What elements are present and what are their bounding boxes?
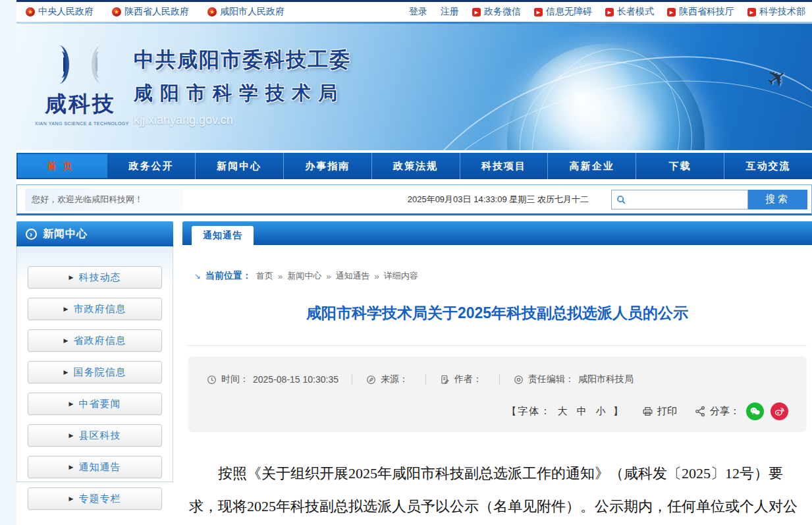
red-arrow-icon: ▶ bbox=[534, 8, 543, 16]
font-size-medium[interactable]: 中 bbox=[577, 405, 588, 416]
page: ★ 中央人民政府 ★ 陕西省人民政府 ★ 咸阳市人民政府 登录 注册 ▶ 政务微… bbox=[16, 0, 812, 525]
meta-editor: 责任编辑： 咸阳市科技局 bbox=[513, 373, 634, 385]
search-icon bbox=[616, 194, 626, 205]
link-shaanxi-sci-dept[interactable]: ▶ 陕西省科技厅 bbox=[667, 6, 734, 18]
breadcrumb-home[interactable]: 首页 bbox=[256, 270, 273, 282]
sidebar-item-sci-news[interactable]: ▶ 科技动态 bbox=[28, 266, 162, 289]
register-link[interactable]: 注册 bbox=[441, 6, 459, 18]
national-emblem-icon: ★ bbox=[26, 7, 35, 16]
sidebar-panel: ▶ 科技动态 ▶ 市政府信息 ▶ 省政府信息 ▶ 国务院信息 ▶ 中省要闻 bbox=[16, 246, 173, 482]
sidebar-title: 新闻中心 bbox=[43, 227, 88, 241]
nav-item-gov-affairs[interactable]: 政务公开 bbox=[107, 153, 195, 179]
weibo-share-button[interactable] bbox=[771, 402, 788, 420]
link-xianyang-gov[interactable]: ★ 咸阳市人民政府 bbox=[207, 6, 284, 18]
site-logo[interactable]: 咸科技 XIAN YANG SCIENCE & TECHNOLOGY bbox=[35, 42, 126, 126]
link-elder-mode[interactable]: ▶ 长者模式 bbox=[605, 6, 654, 18]
breadcrumb-label: 当前位置： bbox=[205, 270, 252, 282]
org-title-line2: 咸阳市科学技术局 bbox=[134, 80, 351, 107]
triangle-icon: ▶ bbox=[64, 337, 68, 344]
weibo-icon bbox=[773, 405, 786, 418]
sidebar-item-state-council-info[interactable]: ▶ 国务院信息 bbox=[28, 361, 162, 383]
share-icon bbox=[694, 405, 707, 418]
meta-time: 时间： 2025-08-15 10:30:35 bbox=[206, 373, 338, 385]
main-area: › 新闻中心 ▶ 科技动态 ▶ 市政府信息 ▶ 省政府信息 ▶ 国务院 bbox=[16, 215, 812, 520]
gov-link-label: 陕西省人民政府 bbox=[124, 6, 189, 18]
wechat-icon bbox=[749, 405, 761, 418]
tab-notices[interactable]: 通知通告 bbox=[192, 226, 254, 245]
red-arrow-icon: ▶ bbox=[472, 8, 481, 16]
sidebar-item-notices[interactable]: ▶ 通知通告 bbox=[28, 456, 162, 478]
gov-link-label: 咸阳市人民政府 bbox=[220, 6, 284, 18]
sidebar-item-city-gov-info[interactable]: ▶ 市政府信息 bbox=[28, 298, 162, 320]
search-box: 搜索 bbox=[611, 190, 807, 209]
triangle-icon: ▶ bbox=[69, 464, 74, 470]
site-url: kjj.xianyang.gov.cn bbox=[134, 113, 351, 127]
nav-item-policies[interactable]: 政策法规 bbox=[371, 153, 460, 179]
printer-icon bbox=[641, 405, 654, 418]
welcome-text: 您好，欢迎光临咸阳科技网！ bbox=[25, 188, 182, 211]
font-size-small[interactable]: 小 bbox=[596, 405, 607, 416]
triangle-icon: ▶ bbox=[64, 369, 68, 375]
meta-time-value: 2025-08-15 10:30:35 bbox=[253, 374, 338, 385]
triangle-icon: ▶ bbox=[69, 401, 74, 407]
nav-item-news-center[interactable]: 新闻中心 bbox=[195, 153, 283, 179]
nav-item-home[interactable]: 首页 bbox=[18, 154, 107, 178]
sidebar: › 新闻中心 ▶ 科技动态 ▶ 市政府信息 ▶ 省政府信息 ▶ 国务院 bbox=[16, 221, 173, 520]
article-title: 咸阳市科学技术局关于2025年科技副总拟选派人员的公示 bbox=[182, 303, 812, 323]
site-banner: ✈ 咸科技 XIAN YANG SCIENCE & TECHNOLOGY 中共咸… bbox=[16, 24, 812, 150]
triangle-icon: ▶ bbox=[69, 274, 74, 281]
pencil-circle-icon bbox=[365, 374, 377, 385]
share-label: 分享： bbox=[694, 405, 740, 418]
eye-circle-icon bbox=[513, 374, 524, 385]
org-title-line1: 中共咸阳市委科技工委 bbox=[134, 46, 351, 74]
sidebar-item-special-columns[interactable]: ▶ 专题专栏 bbox=[28, 487, 162, 510]
nav-item-hightech-enterprise[interactable]: 高新企业 bbox=[547, 153, 636, 179]
search-input-wrap bbox=[611, 190, 748, 209]
font-size-control: 【字体： 大 中 小 】 bbox=[506, 405, 624, 418]
arrow-circle-icon: › bbox=[26, 229, 37, 240]
link-accessibility[interactable]: ▶ 信息无障碍 bbox=[534, 6, 592, 18]
search-input[interactable] bbox=[626, 191, 747, 208]
red-arrow-icon: ▶ bbox=[667, 8, 676, 16]
meta-source: 来源： bbox=[365, 373, 412, 385]
nav-item-service-guide[interactable]: 办事指南 bbox=[283, 153, 371, 179]
gov-link-label: 中央人民政府 bbox=[38, 6, 94, 18]
national-emblem-icon: ★ bbox=[207, 7, 217, 16]
breadcrumb-notices[interactable]: 通知通告 bbox=[336, 270, 370, 282]
breadcrumb-news-center[interactable]: 新闻中心 bbox=[287, 270, 321, 282]
link-shaanxi-gov[interactable]: ★ 陕西省人民政府 bbox=[112, 6, 189, 18]
triangle-icon: ▶ bbox=[69, 495, 74, 502]
article-tools: 【字体： 大 中 小 】 打印 bbox=[206, 402, 788, 420]
breadcrumb: ↘ 当前位置： 首页 » 新闻中心 » 通知通告 » 详细内容 bbox=[194, 270, 812, 282]
sidebar-item-key-news[interactable]: ▶ 中省要闻 bbox=[28, 393, 162, 415]
article-meta-box: 时间： 2025-08-15 10:30:35 来源： bbox=[188, 356, 807, 432]
site-titles: 中共咸阳市委科技工委 咸阳市科学技术局 kjj.xianyang.gov.cn bbox=[134, 46, 351, 127]
sidebar-item-province-gov-info[interactable]: ▶ 省政府信息 bbox=[28, 329, 162, 352]
top-utility-bar: ★ 中央人民政府 ★ 陕西省人民政府 ★ 咸阳市人民政府 登录 注册 ▶ 政务微… bbox=[16, 0, 812, 22]
red-arrow-icon: ▶ bbox=[605, 8, 614, 16]
print-button[interactable]: 打印 bbox=[641, 405, 677, 418]
document-icon bbox=[439, 374, 450, 385]
nav-item-interaction[interactable]: 互动交流 bbox=[724, 153, 812, 179]
nav-item-sci-projects[interactable]: 科技项目 bbox=[460, 153, 548, 179]
meta-editor-value: 咸阳市科技局 bbox=[578, 373, 634, 385]
wechat-share-button[interactable] bbox=[746, 402, 764, 420]
triangle-icon: ▶ bbox=[69, 432, 74, 439]
logo-subtext: XIAN YANG SCIENCE & TECHNOLOGY bbox=[35, 121, 126, 126]
link-most[interactable]: ▶ 科学技术部 bbox=[747, 6, 805, 18]
info-bar: 您好，欢迎光临咸阳科技网！ 2025年09月03日 14:33:09 星期三 农… bbox=[16, 184, 812, 215]
datetime-text: 2025年09月03日 14:33:09 星期三 农历七月十二 bbox=[408, 194, 589, 206]
search-button[interactable]: 搜索 bbox=[748, 190, 807, 209]
sidebar-item-county-sci[interactable]: ▶ 县区科技 bbox=[28, 424, 162, 447]
red-arrow-icon: ▶ bbox=[747, 8, 756, 16]
link-central-gov[interactable]: ★ 中央人民政府 bbox=[26, 6, 94, 18]
login-link[interactable]: 登录 bbox=[409, 6, 427, 18]
meta-author: 作者： bbox=[439, 373, 486, 385]
font-size-large[interactable]: 大 bbox=[557, 405, 568, 416]
sidebar-header-news-center[interactable]: › 新闻中心 bbox=[16, 221, 173, 246]
triangle-icon: ▶ bbox=[64, 306, 68, 312]
nav-item-downloads[interactable]: 下载 bbox=[636, 153, 724, 179]
link-gov-wechat[interactable]: ▶ 政务微信 bbox=[472, 6, 521, 18]
breadcrumb-arrow-icon: ↘ bbox=[194, 271, 201, 281]
meta-row: 时间： 2025-08-15 10:30:35 来源： bbox=[206, 373, 788, 385]
